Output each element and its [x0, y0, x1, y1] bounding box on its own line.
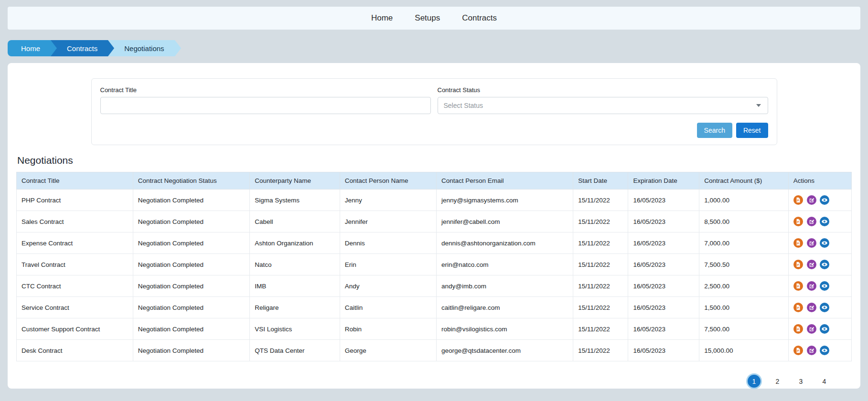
cell-expiration-date: 16/05/2023 [628, 190, 699, 211]
pdf-icon[interactable]: P [793, 195, 803, 205]
edit-icon-graphic [807, 324, 816, 334]
edit-icon[interactable] [807, 217, 816, 226]
column-header: Contact Person Name [340, 172, 436, 190]
view-icon[interactable] [820, 260, 829, 269]
table-row: CTC ContractNegotiation CompletedIMBAndy… [17, 275, 852, 297]
breadcrumb-arrow [51, 40, 57, 56]
cell-contact-email: dennis@ashtonorganization.com [436, 232, 573, 254]
cell-contract-title: Service Contract [17, 297, 133, 318]
edit-icon[interactable] [807, 281, 816, 291]
cell-contact-email: robin@vsilogistics.com [436, 318, 573, 340]
view-icon[interactable] [820, 195, 829, 205]
contract-title-field-group: Contract Title [100, 86, 431, 114]
view-icon[interactable] [820, 238, 829, 248]
cell-contract-title: Travel Contract [17, 254, 133, 275]
edit-icon[interactable] [807, 238, 816, 248]
cell-actions: P [788, 297, 851, 318]
column-header: Contract Amount ($) [699, 172, 788, 190]
contract-status-label: Contract Status [438, 86, 768, 94]
cell-start-date: 15/11/2022 [573, 211, 628, 232]
contract-status-placeholder: Select Status [444, 102, 483, 109]
view-icon[interactable] [820, 217, 829, 226]
view-icon-graphic [820, 238, 829, 248]
pdf-icon[interactable]: P [793, 281, 803, 291]
contract-title-input[interactable] [100, 97, 431, 114]
view-icon-graphic [820, 324, 829, 334]
view-icon-graphic [820, 217, 829, 226]
column-header: Start Date [573, 172, 628, 190]
cell-contact-email: jenny@sigmasystems.com [436, 190, 573, 211]
cell-actions: P [788, 275, 851, 297]
edit-icon[interactable] [807, 346, 816, 355]
top-nav-item-home[interactable]: Home [371, 13, 393, 23]
cell-contact-email: andy@imb.com [436, 275, 573, 297]
edit-icon[interactable] [807, 303, 816, 312]
table-row: Expense ContractNegotiation CompletedAsh… [17, 232, 852, 254]
contract-status-field-group: Contract Status Select Status [438, 86, 768, 114]
pdf-icon-graphic: P [793, 217, 803, 226]
contract-status-select[interactable]: Select Status [438, 97, 768, 114]
chevron-down-icon [756, 104, 761, 107]
filter-panel: Contract Title Contract Status Select St… [91, 78, 777, 145]
negotiations-table: Contract TitleContract Negotiation Statu… [16, 172, 852, 361]
table-row: Service ContractNegotiation CompletedRel… [17, 297, 852, 318]
cell-actions: P [788, 340, 851, 361]
cell-contact-email: george@qtsdatacenter.com [436, 340, 573, 361]
cell-status: Negotiation Completed [133, 254, 250, 275]
svg-text:P: P [797, 327, 799, 331]
cell-counterparty: Ashton Organization [250, 232, 340, 254]
cell-actions: P [788, 232, 851, 254]
table-header-row: Contract TitleContract Negotiation Statu… [17, 172, 852, 190]
cell-amount: 7,000.00 [699, 232, 788, 254]
pdf-icon[interactable]: P [793, 217, 803, 226]
view-icon[interactable] [820, 346, 829, 355]
column-header: Contract Title [17, 172, 133, 190]
breadcrumb-item-negotiations[interactable]: Negotiations [108, 40, 174, 56]
cell-contract-title: PHP Contract [17, 190, 133, 211]
pdf-icon[interactable]: P [793, 260, 803, 269]
breadcrumb-item-contracts[interactable]: Contracts [51, 40, 108, 56]
view-icon[interactable] [820, 281, 829, 291]
view-icon[interactable] [820, 324, 829, 334]
cell-expiration-date: 16/05/2023 [628, 318, 699, 340]
search-button[interactable]: Search [697, 123, 732, 138]
cell-actions: P [788, 211, 851, 232]
cell-contact-name: Jenny [340, 190, 436, 211]
top-nav-item-contracts[interactable]: Contracts [462, 13, 497, 23]
reset-button[interactable]: Reset [736, 123, 768, 138]
cell-start-date: 15/11/2022 [573, 232, 628, 254]
cell-contact-name: Jennifer [340, 211, 436, 232]
cell-actions: P [788, 254, 851, 275]
pagination-page-4[interactable]: 4 [818, 375, 831, 388]
edit-icon[interactable] [807, 195, 816, 205]
view-icon-graphic [820, 303, 829, 312]
edit-icon[interactable] [807, 260, 816, 269]
pagination-page-3[interactable]: 3 [794, 375, 807, 388]
pdf-icon[interactable]: P [793, 238, 803, 248]
cell-start-date: 15/11/2022 [573, 340, 628, 361]
cell-status: Negotiation Completed [133, 297, 250, 318]
pdf-icon[interactable]: P [793, 346, 803, 355]
edit-icon-graphic [807, 238, 816, 248]
cell-contact-email: erin@natco.com [436, 254, 573, 275]
view-icon-graphic [820, 281, 829, 291]
column-header: Actions [788, 172, 851, 190]
svg-text:P: P [797, 199, 799, 202]
view-icon[interactable] [820, 303, 829, 312]
cell-counterparty: VSI Logistics [250, 318, 340, 340]
svg-text:P: P [797, 263, 799, 266]
cell-expiration-date: 16/05/2023 [628, 254, 699, 275]
pagination-page-2[interactable]: 2 [771, 375, 784, 388]
pdf-icon[interactable]: P [793, 324, 803, 334]
edit-icon[interactable] [807, 324, 816, 334]
cell-amount: 1,500.00 [699, 297, 788, 318]
top-nav-item-setups[interactable]: Setups [415, 13, 440, 23]
cell-expiration-date: 16/05/2023 [628, 340, 699, 361]
pagination-page-1[interactable]: 1 [748, 375, 761, 388]
pdf-icon[interactable]: P [793, 303, 803, 312]
main-card: Contract Title Contract Status Select St… [8, 63, 860, 389]
cell-counterparty: QTS Data Center [250, 340, 340, 361]
table-row: Customer Support ContractNegotiation Com… [17, 318, 852, 340]
breadcrumb-item-home[interactable]: Home [8, 40, 51, 56]
cell-contact-name: Dennis [340, 232, 436, 254]
